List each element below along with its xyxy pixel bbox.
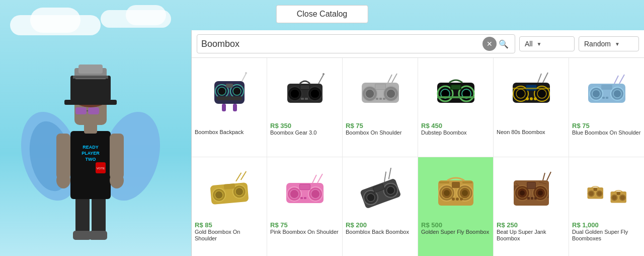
item-price-beat-up-super-jank-boombox: R$ 250 <box>497 221 518 229</box>
svg-rect-69 <box>437 96 474 98</box>
svg-point-41 <box>290 89 299 98</box>
svg-line-119 <box>381 171 389 181</box>
catalog-item-boombox-on-shoulder-1[interactable]: R$ 75 Boombox On Shoulder <box>343 58 418 157</box>
svg-point-16 <box>110 172 124 188</box>
catalog-item-beat-up-super-jank-boombox[interactable]: R$ 250 Beat Up Super Jank Boombox <box>494 157 569 256</box>
item-image-gold-boombox-on-shoulder <box>195 161 264 219</box>
svg-point-133 <box>460 198 463 201</box>
svg-rect-59 <box>383 98 385 100</box>
svg-rect-88 <box>601 85 612 90</box>
svg-line-90 <box>619 75 624 84</box>
svg-point-82 <box>534 97 537 100</box>
svg-line-78 <box>538 74 541 83</box>
svg-rect-57 <box>376 98 378 100</box>
item-image-boombox-on-shoulder-1 <box>346 62 415 120</box>
svg-point-81 <box>530 97 533 100</box>
svg-line-60 <box>388 75 392 83</box>
filter-value: All <box>525 40 533 48</box>
svg-rect-20 <box>88 107 99 114</box>
svg-point-103 <box>290 189 299 199</box>
search-box: Boombox ✕ 🔍 <box>197 34 515 53</box>
item-name-pink-boombox-on-shoulder: Pink Boombox On Shoulder <box>270 229 339 235</box>
catalog-item-boomblox-back-boombox[interactable]: R$ 200 Boomblox Back Boombox <box>343 157 418 256</box>
item-name-gold-boombox-on-shoulder: Gold Boombox On Shoulder <box>195 229 264 242</box>
svg-rect-45 <box>300 85 309 89</box>
cloud-4 <box>126 5 166 25</box>
item-image-dual-golden-super-fly-boomboxes <box>572 161 641 219</box>
svg-line-100 <box>240 171 247 179</box>
catalog-item-blue-boombox-on-shoulder[interactable]: R$ 75 Blue Boombox On Shoulder <box>569 58 644 157</box>
svg-point-32 <box>233 87 241 95</box>
svg-rect-146 <box>531 197 533 200</box>
svg-line-108 <box>312 175 316 183</box>
item-name-beat-up-super-jank-boombox: Beat Up Super Jank Boombox <box>497 229 566 242</box>
search-icon-button[interactable]: 🔍 <box>497 37 511 51</box>
item-image-blue-boombox-on-shoulder <box>572 62 641 120</box>
svg-point-142 <box>538 190 543 196</box>
svg-rect-35 <box>222 104 226 111</box>
svg-rect-48 <box>301 98 304 100</box>
svg-point-105 <box>311 189 320 199</box>
svg-point-131 <box>452 198 455 201</box>
item-price-blue-boombox-on-shoulder: R$ 75 <box>572 122 590 130</box>
search-value: Boombox <box>201 39 482 49</box>
sort-arrow-icon: ▼ <box>615 41 620 47</box>
svg-point-38 <box>245 72 247 74</box>
catalog-item-golden-super-fly-boombox[interactable]: R$ 500 Golden Super Fly Boombox <box>418 157 493 256</box>
catalog-grid: Boombox Backpack <box>192 58 644 256</box>
svg-line-37 <box>242 74 246 81</box>
catalog-item-gold-boombox-on-shoulder[interactable]: R$ 85 Gold Boombox On Shoulder <box>192 157 267 256</box>
svg-rect-13 <box>56 134 70 179</box>
catalog-item-dubstep-boombox[interactable]: R$ 450 Dubstep Boombox <box>418 58 493 157</box>
item-name-boombox-on-shoulder-1: Boombox On Shoulder <box>346 130 401 136</box>
catalog-item-dual-golden-super-fly-boomboxes[interactable]: R$ 1,000 Dual Golden Super Fly Boomboxes <box>569 157 644 256</box>
svg-rect-26 <box>78 65 103 74</box>
item-name-dual-golden-super-fly-boomboxes: Dual Golden Super Fly Boomboxes <box>572 229 641 242</box>
item-price-boomblox-back-boombox: R$ 200 <box>346 221 367 229</box>
close-catalog-button[interactable]: Close Catalog <box>276 5 368 23</box>
catalog-item-neon-80s-boombox[interactable]: Neon 80s Boombox <box>494 58 569 157</box>
svg-text:VOTE: VOTE <box>97 167 105 170</box>
svg-line-109 <box>317 174 323 183</box>
filter-dropdown[interactable]: All ▼ <box>519 36 575 51</box>
item-price-golden-super-fly-boombox: R$ 500 <box>421 221 442 229</box>
catalog-item-boombox-gear-3[interactable]: R$ 350 Boombox Gear 3.0 <box>267 58 342 157</box>
svg-point-43 <box>310 89 319 98</box>
item-image-neon-80s-boombox <box>497 62 566 120</box>
sort-dropdown[interactable]: Random ▼ <box>579 36 639 51</box>
svg-rect-77 <box>513 88 550 89</box>
item-name-boomblox-back-boombox: Boomblox Back Boombox <box>346 229 409 235</box>
catalog-item-boombox-backpack[interactable]: Boombox Backpack <box>192 58 267 157</box>
svg-rect-92 <box>606 97 608 99</box>
svg-rect-110 <box>300 197 303 199</box>
svg-rect-91 <box>602 97 605 99</box>
svg-point-87 <box>613 90 621 98</box>
svg-point-52 <box>365 89 374 98</box>
svg-point-74 <box>537 89 546 98</box>
item-image-boombox-gear-3 <box>270 62 339 120</box>
svg-rect-111 <box>304 197 306 199</box>
svg-rect-14 <box>110 134 124 179</box>
svg-point-97 <box>235 187 244 196</box>
catalog-item-pink-boombox-on-shoulder[interactable]: R$ 75 Pink Boombox On Shoulder <box>267 157 342 256</box>
svg-point-139 <box>520 190 525 196</box>
svg-rect-68 <box>451 85 460 89</box>
svg-rect-128 <box>452 182 460 188</box>
svg-point-156 <box>597 191 601 196</box>
filter-arrow-icon: ▼ <box>537 41 542 47</box>
svg-point-85 <box>592 90 600 98</box>
item-price-boombox-gear-3: R$ 350 <box>270 122 291 130</box>
item-name-blue-boombox-on-shoulder: Blue Boombox On Shoulder <box>572 130 640 136</box>
catalog-header: Boombox ✕ 🔍 All ▼ Random ▼ <box>192 30 644 58</box>
svg-line-46 <box>318 75 324 84</box>
item-price-dubstep-boombox: R$ 450 <box>421 122 442 130</box>
svg-rect-49 <box>305 98 308 100</box>
svg-rect-34 <box>217 96 242 100</box>
search-clear-button[interactable]: ✕ <box>482 37 497 51</box>
svg-rect-144 <box>527 182 535 188</box>
svg-text:READY: READY <box>83 145 99 150</box>
item-image-golden-super-fly-boombox <box>421 161 490 219</box>
svg-point-54 <box>386 89 395 98</box>
svg-rect-33 <box>226 84 233 88</box>
svg-text:TWO: TWO <box>86 157 96 162</box>
